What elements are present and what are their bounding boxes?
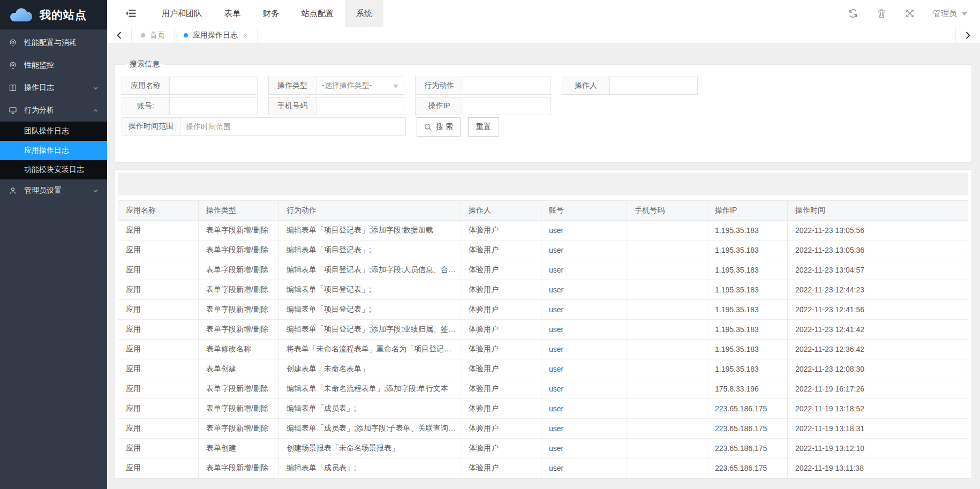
tab-label: 首页 bbox=[150, 31, 165, 40]
table-cell: 2022-11-19 13:18:31 bbox=[788, 419, 968, 439]
user-name: 管理员 bbox=[933, 9, 957, 19]
operator-input[interactable] bbox=[609, 77, 698, 95]
table-row[interactable]: 应用表单字段新增/删除编辑表单「成员表」;体验用户user223.65.186.… bbox=[118, 399, 968, 419]
operation-type-select[interactable]: -选择操作类型- bbox=[316, 77, 404, 95]
table-cell: 表单字段新增/删除 bbox=[199, 419, 279, 439]
search-field-label: 手机号码 bbox=[268, 97, 316, 115]
collapse-sidebar-icon[interactable] bbox=[125, 9, 137, 18]
table-cell: 应用 bbox=[118, 419, 199, 439]
monitor-icon bbox=[9, 106, 18, 115]
trash-icon[interactable] bbox=[877, 9, 886, 18]
sidebar: 我的站点 性能配置与消耗性能监控操作日志行为分析团队操作日志应用操作日志功能模块… bbox=[0, 0, 107, 489]
table-row[interactable]: 应用表单创建创建表单「未命名表单」体验用户user1.195.35.183202… bbox=[118, 359, 968, 379]
table-row[interactable]: 应用表单字段新增/删除编辑表单「项目登记表」;添加字段:人员信息、合同信息体验用… bbox=[118, 260, 968, 280]
table-row[interactable]: 应用表单字段新增/删除编辑表单「项目登记表」;添加字段:数据加载体验用户user… bbox=[118, 221, 968, 240]
sidebar-subitem[interactable]: 团队操作日志 bbox=[0, 122, 107, 141]
table-cell: user bbox=[541, 320, 627, 340]
table-row[interactable]: 应用表单字段新增/删除编辑表单「项目登记表」;体验用户user1.195.35.… bbox=[118, 300, 968, 320]
table-cell: 编辑表单「项目登记表」; bbox=[279, 300, 461, 320]
table-cell: 表单字段新增/删除 bbox=[199, 320, 279, 340]
table-cell bbox=[627, 458, 707, 478]
sidebar-item[interactable]: 操作日志 bbox=[0, 77, 107, 99]
table-row[interactable]: 应用表单创建创建场景报表「未命名场景报表」体验用户user223.65.186.… bbox=[118, 439, 968, 458]
action-input[interactable] bbox=[463, 77, 551, 95]
search-field-label: 应用名称 bbox=[122, 77, 170, 95]
reset-button-label: 重置 bbox=[476, 122, 491, 132]
tab-close-icon[interactable]: × bbox=[243, 31, 248, 40]
topnav-item[interactable]: 站点配置 bbox=[290, 0, 345, 27]
site-logo[interactable]: 我的站点 bbox=[0, 0, 107, 29]
sidebar-subitem[interactable]: 应用操作日志 bbox=[0, 141, 107, 160]
tabs-scroll-right-button[interactable] bbox=[955, 27, 980, 43]
ip-input[interactable] bbox=[463, 97, 551, 115]
table-cell: 1.195.35.183 bbox=[707, 240, 788, 260]
user-menu[interactable]: 管理员 bbox=[933, 9, 967, 19]
tab[interactable]: 首页 bbox=[132, 27, 175, 43]
table-cell: 2022-11-19 13:18:52 bbox=[788, 399, 968, 419]
topnav-item-label: 站点配置 bbox=[301, 9, 334, 19]
sidebar-item[interactable]: 性能监控 bbox=[0, 54, 107, 77]
sidebar-subitem[interactable]: 功能模块安装日志 bbox=[0, 160, 107, 179]
search-panel-title: 搜索信息 bbox=[125, 59, 164, 69]
table-cell: 1.195.35.183 bbox=[707, 300, 788, 320]
reset-button[interactable]: 重置 bbox=[468, 117, 499, 137]
column-header: 操作类型 bbox=[199, 201, 279, 221]
phone-input[interactable] bbox=[316, 97, 404, 115]
sidebar-item[interactable]: 管理员设置 bbox=[0, 179, 107, 202]
search-button[interactable]: 搜 索 bbox=[417, 117, 461, 137]
topnav-item[interactable]: 表单 bbox=[213, 0, 252, 27]
select-value: -选择操作类型- bbox=[322, 81, 372, 91]
sidebar-item[interactable]: 行为分析 bbox=[0, 99, 107, 122]
table-cell: 1.195.35.183 bbox=[707, 320, 788, 340]
account-input[interactable] bbox=[169, 97, 258, 115]
tabs-scroll-left-button[interactable] bbox=[107, 27, 132, 43]
tab-dot-icon bbox=[184, 33, 188, 37]
column-header: 行为动作 bbox=[279, 201, 461, 221]
sidebar-item[interactable]: 性能配置与消耗 bbox=[0, 32, 107, 54]
tab[interactable]: 应用操作日志× bbox=[175, 27, 258, 43]
table-row[interactable]: 应用表单字段新增/删除编辑表单「项目登记表」;体验用户user1.195.35.… bbox=[118, 240, 968, 260]
column-header: 手机号码 bbox=[627, 201, 707, 221]
table-cell: user bbox=[541, 419, 627, 439]
table-cell: 2022-11-23 12:41:56 bbox=[788, 300, 968, 320]
table-cell: 体验用户 bbox=[461, 280, 541, 300]
topbar-actions: 管理员 bbox=[829, 9, 980, 19]
topnav-item[interactable]: 系统 bbox=[345, 0, 383, 27]
table-cell: 1.195.35.183 bbox=[707, 260, 788, 280]
table-row[interactable]: 应用表单字段新增/删除编辑表单「成员表」;添加字段:子表单、关联查询、附件体验用… bbox=[118, 419, 968, 439]
table-cell bbox=[627, 379, 707, 399]
search-field: 账号: bbox=[122, 97, 258, 115]
table-row[interactable]: 应用表单字段新增/删除编辑表单「成员表」;体验用户user223.65.186.… bbox=[118, 458, 968, 478]
table-cell: 表单字段新增/删除 bbox=[199, 260, 279, 280]
table-cell: 应用 bbox=[118, 359, 199, 379]
table-row[interactable]: 应用表单修改名称将表单「未命名流程表单」重命名为「项目登记表」体验用户user1… bbox=[118, 340, 968, 359]
refresh-icon[interactable] bbox=[848, 9, 858, 18]
table-row[interactable]: 应用表单字段新增/删除编辑表单「项目登记表」;添加字段:业绩归属、签约人员...… bbox=[118, 320, 968, 340]
table-cell: user bbox=[541, 300, 627, 320]
table-cell: 2022-11-19 13:11:38 bbox=[788, 458, 968, 478]
chevron-down-icon bbox=[393, 85, 398, 91]
table-cell: user bbox=[541, 379, 627, 399]
topbar: 用户和团队表单财务站点配置系统 bbox=[107, 0, 980, 27]
table-row[interactable]: 应用表单字段新增/删除编辑表单「未命名流程表单」;添加字段:单行文本体验用户us… bbox=[118, 379, 968, 399]
time-range-input[interactable] bbox=[180, 117, 406, 136]
table-cell: 体验用户 bbox=[461, 221, 541, 240]
topnav-item[interactable]: 用户和团队 bbox=[150, 0, 213, 27]
table-cell: 表单创建 bbox=[199, 439, 279, 458]
chevron-up-icon bbox=[93, 108, 99, 114]
search-field-label: 操作时间范围 bbox=[122, 117, 180, 136]
fullscreen-icon[interactable] bbox=[905, 9, 915, 18]
search-field-label: 行为动作 bbox=[415, 77, 463, 95]
table-cell: 创建场景报表「未命名场景报表」 bbox=[279, 439, 461, 458]
search-field: 操作IP bbox=[415, 97, 551, 115]
main-area: 用户和团队表单财务站点配置系统 bbox=[107, 0, 980, 489]
table-cell: 表单创建 bbox=[199, 359, 279, 379]
app-name-input[interactable] bbox=[169, 77, 258, 95]
search-field: 操作人 bbox=[562, 77, 698, 95]
sidebar-item-label: 管理员设置 bbox=[24, 186, 93, 195]
table-cell: 表单修改名称 bbox=[199, 340, 279, 359]
table-row[interactable]: 应用表单字段新增/删除编辑表单「项目登记表」;体验用户user1.195.35.… bbox=[118, 280, 968, 300]
search-panel: 搜索信息 应用名称操作类型-选择操作类型-行为动作操作人账号:手机号码操作IP操… bbox=[114, 59, 972, 163]
topnav-item[interactable]: 财务 bbox=[252, 0, 290, 27]
table-cell: 编辑表单「项目登记表」; bbox=[279, 280, 461, 300]
